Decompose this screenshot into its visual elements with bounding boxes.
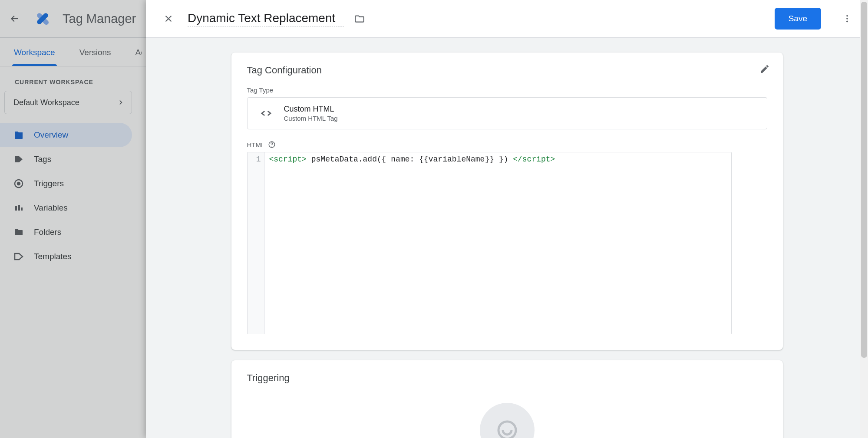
edit-icon[interactable] <box>759 64 770 74</box>
close-icon[interactable] <box>161 11 176 26</box>
trigger-placeholder <box>247 394 767 438</box>
tag-type-title: Custom HTML <box>284 105 338 114</box>
svg-point-10 <box>846 21 848 23</box>
trigger-placeholder-circle <box>480 403 535 438</box>
svg-point-8 <box>846 15 848 17</box>
code-open-tag: <script> <box>269 155 307 164</box>
line-number: 1 <box>248 155 261 164</box>
triggering-card[interactable]: Triggering <box>231 360 783 438</box>
help-icon[interactable] <box>268 141 276 148</box>
tag-configuration-card: Tag Configuration Tag Type Custom HTML C… <box>231 53 783 350</box>
code-gutter: 1 <box>248 152 265 334</box>
drawer-body: Tag Configuration Tag Type Custom HTML C… <box>146 38 868 438</box>
svg-point-12 <box>272 146 273 147</box>
code-body: psMetaData.add({ name: {{variableName}} … <box>307 155 513 164</box>
folder-select-icon[interactable] <box>353 13 366 25</box>
more-menu-icon[interactable] <box>838 10 856 27</box>
drawer-scrollbar[interactable] <box>860 0 868 438</box>
code-area[interactable]: <script> psMetaData.add({ name: {{variab… <box>265 152 731 334</box>
tag-type-text: Custom HTML Custom HTML Tag <box>284 105 338 122</box>
scrollbar-thumb[interactable] <box>861 2 867 358</box>
save-button[interactable]: Save <box>775 8 821 30</box>
svg-point-9 <box>846 18 848 20</box>
html-code-editor[interactable]: 1 <script> psMetaData.add({ name: {{vari… <box>247 152 732 334</box>
tag-name-input[interactable] <box>188 11 344 26</box>
tag-editor-drawer: Save Tag Configuration Tag Type Custom H… <box>146 0 868 438</box>
code-icon <box>259 106 274 121</box>
tag-type-label: Tag Type <box>247 86 767 94</box>
tag-type-selector[interactable]: Custom HTML Custom HTML Tag <box>247 97 767 129</box>
code-close-tag: </script> <box>513 155 555 164</box>
tag-type-subtitle: Custom HTML Tag <box>284 115 338 122</box>
card-title: Triggering <box>247 372 767 384</box>
html-label-text: HTML <box>247 141 265 148</box>
html-label: HTML <box>247 141 767 148</box>
card-title: Tag Configuration <box>247 65 767 76</box>
drawer-header: Save <box>146 0 868 38</box>
